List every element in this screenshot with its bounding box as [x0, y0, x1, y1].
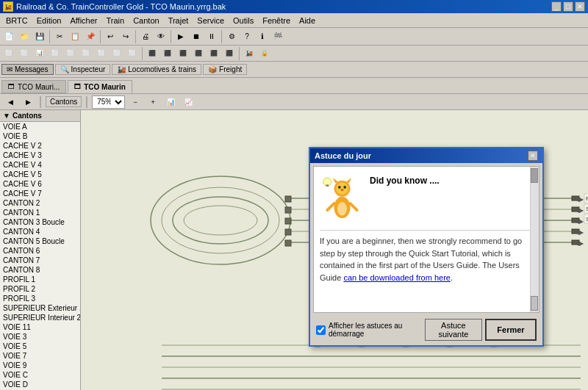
- minimize-btn[interactable]: _: [551, 1, 562, 12]
- sidebar-item-canton-1[interactable]: CANTON 1: [0, 208, 80, 217]
- menu-fenetre[interactable]: Fenêtre: [258, 15, 295, 26]
- menu-afficher[interactable]: Afficher: [65, 15, 101, 26]
- sidebar-expand-icon[interactable]: ▼: [3, 112, 10, 120]
- ct-zoom-in[interactable]: +: [146, 95, 160, 109]
- sidebar-item-cache-v5[interactable]: CACHE V 5: [0, 170, 80, 179]
- sidebar-item-canton-4[interactable]: CANTON 4: [0, 227, 80, 236]
- sidebar-item-profil-3[interactable]: PROFIL 3: [0, 294, 80, 303]
- tab-tco-maurin[interactable]: 🗖 TCO Maurin: [68, 80, 132, 93]
- undo-btn[interactable]: ↩: [103, 29, 118, 44]
- settings-btn[interactable]: ⚙: [224, 29, 239, 44]
- sidebar-item-canton-5[interactable]: CANTON 5 Boucle: [0, 236, 80, 246]
- dialog-scrollbar[interactable]: [530, 167, 539, 312]
- menu-trajet[interactable]: Trajet: [164, 15, 193, 26]
- sidebar-item-voie-c[interactable]: VOIE C: [0, 370, 80, 380]
- sidebar-item-voie-a[interactable]: VOIE A: [0, 122, 80, 131]
- sidebar-item-profil-1[interactable]: PROFIL 1: [0, 275, 80, 284]
- panel-messages[interactable]: ✉ Messages: [1, 64, 54, 75]
- sidebar-item-cache-v6[interactable]: CACHE V 6: [0, 179, 80, 189]
- cantons-btn[interactable]: Cantons: [46, 96, 82, 107]
- sidebar-item-profil-2[interactable]: PROFIL 2: [0, 284, 80, 294]
- ct-chart-btn[interactable]: 📊: [163, 95, 178, 109]
- tb2-btn6[interactable]: ⬜: [79, 46, 93, 61]
- sidebar-item-voie-b[interactable]: VOIE B: [0, 131, 80, 141]
- tb2-btn9[interactable]: ⬜: [125, 46, 140, 61]
- tb2-btn13[interactable]: ⬛: [191, 46, 206, 61]
- tb2-btn1[interactable]: ⬜: [1, 46, 16, 61]
- menu-canton[interactable]: Canton: [129, 15, 163, 26]
- tb2-btn10[interactable]: ⬛: [145, 46, 159, 61]
- menu-service[interactable]: Service: [193, 15, 229, 26]
- info-btn[interactable]: ℹ: [255, 29, 270, 44]
- help-btn[interactable]: ?: [240, 29, 254, 44]
- tb2-train2[interactable]: 🔒: [257, 46, 272, 61]
- tb2-btn14[interactable]: ⬛: [207, 46, 221, 61]
- sidebar-item-cache-v4[interactable]: CACHE V 4: [0, 160, 80, 170]
- dialog-checkbox-area: Afficher les astuces au démarrage: [316, 322, 425, 338]
- play-btn[interactable]: ▶: [173, 29, 188, 44]
- zoom-select[interactable]: 75% 50% 100% 150%: [92, 95, 125, 109]
- tb2-btn15[interactable]: ⬛: [222, 46, 237, 61]
- ct-graph-btn[interactable]: 📈: [181, 95, 196, 109]
- open-btn[interactable]: 📁: [17, 29, 32, 44]
- tb2-btn2[interactable]: ⬜: [17, 46, 32, 61]
- sidebar-item-cache-v7[interactable]: CACHE V 7: [0, 189, 80, 198]
- sidebar-item-cache-v3[interactable]: CACHE V 3: [0, 151, 80, 160]
- tb2-btn3[interactable]: 📊: [32, 46, 47, 61]
- sidebar-item-cache-v2[interactable]: CACHE V 2: [0, 141, 80, 151]
- dialog-scroll-thumb[interactable]: [531, 168, 538, 183]
- paste-btn[interactable]: 📌: [83, 29, 98, 44]
- show-tips-checkbox[interactable]: [316, 325, 326, 335]
- title-controls[interactable]: _ □ ✕: [551, 1, 585, 12]
- stop-btn[interactable]: ⏹: [189, 29, 204, 44]
- sidebar-item-sup-int[interactable]: SUPERIEUR Interieur 2: [0, 313, 80, 322]
- save-btn[interactable]: 💾: [32, 29, 47, 44]
- sidebar-item-voie-7[interactable]: VOIE 7: [0, 351, 80, 361]
- sidebar-item-canton-7[interactable]: CANTON 7: [0, 256, 80, 265]
- tb2-btn4[interactable]: ⬜: [48, 46, 62, 61]
- redo-btn[interactable]: ↪: [118, 29, 133, 44]
- tb2-btn7[interactable]: ⬜: [94, 46, 109, 61]
- flag-btn[interactable]: 🏁: [270, 29, 285, 44]
- sidebar-item-voie-9[interactable]: VOIE 9: [0, 361, 80, 370]
- panel-locomotives[interactable]: 🚂 Locomotives & trains: [112, 64, 201, 75]
- preview-btn[interactable]: 👁: [154, 29, 168, 44]
- sidebar-item-canton-6[interactable]: CANTON 6: [0, 246, 80, 256]
- close-dialog-button[interactable]: Fermer: [485, 319, 537, 341]
- tb2-btn11[interactable]: ⬛: [160, 46, 175, 61]
- tb2-btn8[interactable]: ⬜: [110, 46, 124, 61]
- tb2-btn12[interactable]: ⬛: [176, 46, 190, 61]
- ct-btn1[interactable]: ◀: [3, 95, 18, 109]
- menu-aide[interactable]: Aide: [295, 15, 320, 26]
- pause-btn[interactable]: ⏸: [204, 29, 219, 44]
- sidebar-item-sup-ext[interactable]: SUPERIEUR Exterieur 1: [0, 303, 80, 313]
- new-btn[interactable]: 📄: [1, 29, 16, 44]
- menu-edition[interactable]: Edition: [32, 15, 66, 26]
- sidebar-item-voie-5[interactable]: VOIE 5: [0, 342, 80, 351]
- menu-outils[interactable]: Outils: [229, 15, 258, 26]
- sidebar-item-canton-3[interactable]: CANTON 3 Boucle: [0, 217, 80, 227]
- close-btn[interactable]: ✕: [575, 1, 585, 12]
- sidebar-item-voie-11[interactable]: VOIE 11: [0, 322, 80, 332]
- sidebar-item-canton-8[interactable]: CANTON 8: [0, 265, 80, 275]
- cut-btn[interactable]: ✂: [52, 29, 67, 44]
- sidebar-item-voie-3[interactable]: VOIE 3: [0, 332, 80, 342]
- ct-btn2[interactable]: ▶: [21, 95, 35, 109]
- next-tip-button[interactable]: Astuce suivante: [425, 319, 482, 341]
- dialog-link[interactable]: can be downloaded from here: [343, 273, 451, 282]
- ct-zoom-out[interactable]: −: [128, 95, 143, 109]
- maximize-btn[interactable]: □: [563, 1, 573, 12]
- sidebar-item-canton-2[interactable]: CANTON 2: [0, 198, 80, 208]
- panel-freight[interactable]: 📦 Freight: [203, 64, 247, 75]
- print-btn[interactable]: 🖨: [138, 29, 153, 44]
- tb2-btn5[interactable]: ⬜: [63, 46, 78, 61]
- copy-btn[interactable]: 📋: [68, 29, 82, 44]
- dialog-scroll-bottom[interactable]: [531, 296, 538, 311]
- panel-inspecteur[interactable]: 🔍 Inspecteur: [55, 64, 111, 75]
- tb2-train1[interactable]: 🚂: [242, 46, 257, 61]
- sidebar-item-voie-d[interactable]: VOIE D: [0, 380, 80, 389]
- menu-brtc[interactable]: BRTC: [1, 15, 32, 26]
- tab-tco-mauri[interactable]: 🗖 TCO Mauri...: [1, 80, 66, 93]
- menu-train[interactable]: Train: [101, 15, 129, 26]
- dialog-close-button[interactable]: ✕: [528, 151, 538, 161]
